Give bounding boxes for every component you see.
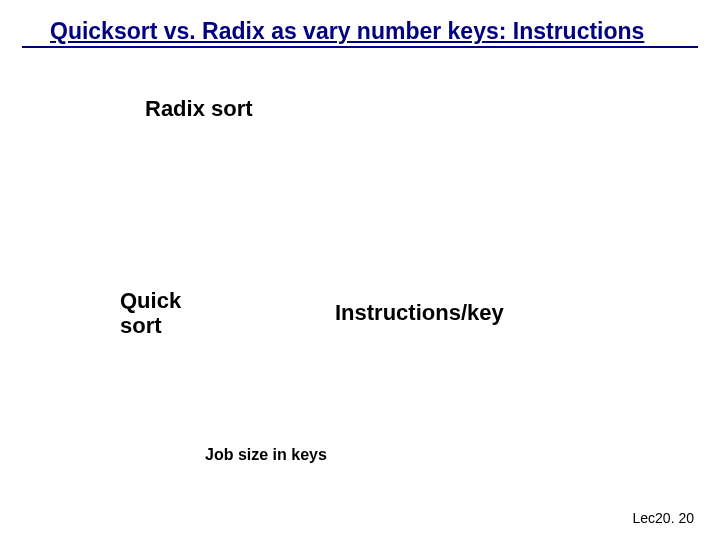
label-quick-sort: Quick sort (120, 288, 181, 339)
label-instructions-per-key: Instructions/key (335, 300, 504, 326)
label-quick-line1: Quick (120, 288, 181, 313)
label-job-size: Job size in keys (205, 446, 327, 464)
label-radix-sort: Radix sort (145, 96, 253, 122)
title-underline (22, 46, 698, 48)
slide-footer: Lec20. 20 (633, 510, 695, 526)
slide-title: Quicksort vs. Radix as vary number keys:… (50, 18, 644, 44)
label-quick-line2: sort (120, 313, 162, 338)
